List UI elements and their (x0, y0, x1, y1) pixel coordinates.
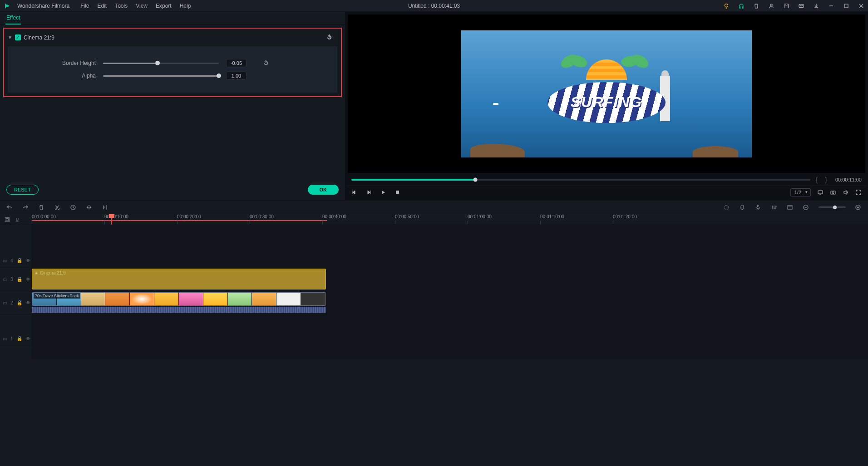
reset-effect-icon[interactable] (326, 34, 333, 41)
svg-rect-3 (785, 4, 787, 5)
track-content[interactable]: 70s Trave Stickers Pack (32, 291, 868, 314)
mark-in-icon[interactable]: { (814, 176, 820, 183)
speed-icon[interactable] (70, 204, 77, 211)
lightbulb-icon[interactable] (723, 2, 730, 9)
volume-icon[interactable] (843, 189, 849, 196)
timeline-ruler[interactable]: 00:00:00:00 00:00:10:00 00:00:20:00 00:0… (32, 214, 868, 225)
param-label: Border Height (19, 60, 96, 66)
reset-border-height-icon[interactable] (263, 60, 269, 66)
snap-icon[interactable] (15, 217, 20, 222)
match-frame-icon[interactable] (5, 217, 10, 222)
ruler-tick: 00:00:50:00 (395, 214, 419, 219)
track-1: ▭ 1 🔓 👁 (0, 332, 868, 346)
effect-enable-checkbox[interactable]: ✓ (15, 34, 21, 40)
reset-button[interactable]: RESET (6, 185, 39, 195)
svg-rect-15 (788, 206, 792, 209)
lock-icon[interactable]: 🔓 (17, 300, 22, 305)
eye-icon[interactable]: 👁 (26, 258, 30, 263)
titlebar: Wondershare Filmora File Edit Tools View… (0, 0, 868, 12)
track-content[interactable] (32, 254, 868, 267)
timeline-toolbar (0, 201, 868, 214)
prev-frame-icon[interactable] (351, 190, 358, 195)
preview-panel: SURFING { } 00:00:11:00 1/2 (345, 12, 868, 200)
crop-icon[interactable] (86, 204, 93, 211)
track-type-icon: ▭ (3, 300, 7, 305)
border-height-slider[interactable] (103, 60, 219, 66)
zoom-slider[interactable] (819, 206, 846, 208)
panel-tabs: Effect (0, 12, 345, 25)
svg-point-9 (832, 191, 834, 193)
track-manager-icon[interactable] (787, 204, 794, 211)
lock-icon[interactable]: 🔓 (17, 258, 22, 263)
video-clip[interactable]: 70s Trave Stickers Pack (32, 292, 326, 306)
play-icon[interactable] (380, 190, 387, 195)
menu-file[interactable]: File (80, 3, 89, 9)
eye-icon[interactable]: 👁 (26, 277, 30, 282)
save-icon[interactable] (783, 2, 789, 9)
marker-icon[interactable] (739, 204, 746, 211)
trash-icon[interactable] (753, 2, 760, 9)
playhead[interactable]: ✂ (111, 214, 112, 225)
next-frame-icon[interactable] (366, 190, 372, 195)
track-spacer (0, 346, 868, 359)
track-gutter: ▭ 2 🔓 👁 (0, 291, 32, 314)
alpha-value[interactable]: 1.00 (226, 72, 247, 80)
tab-effect[interactable]: Effect (5, 12, 21, 25)
ruler-tick: 00:00:00:00 (32, 214, 56, 219)
menu-view[interactable]: View (136, 3, 148, 9)
undo-icon[interactable] (6, 204, 13, 211)
mail-icon[interactable] (798, 2, 804, 9)
mixer-panel-icon[interactable] (771, 204, 778, 211)
menu-export[interactable]: Export (156, 3, 172, 9)
mark-out-icon[interactable]: } (823, 176, 829, 183)
preview-scale-select[interactable]: 1/2 (790, 188, 811, 196)
border-height-value[interactable]: -0.05 (226, 59, 247, 67)
video-clip-label-1: 70s Trave (35, 294, 53, 298)
effect-name: Cinema 21:9 (24, 34, 54, 41)
stop-icon[interactable] (395, 190, 401, 195)
preview-viewport[interactable]: SURFING (348, 15, 865, 173)
eye-icon[interactable]: 👁 (26, 336, 30, 341)
scrub-bar[interactable] (351, 179, 810, 181)
delete-icon[interactable] (38, 204, 45, 211)
lock-icon[interactable]: 🔓 (17, 336, 22, 341)
ruler-gutter (0, 214, 32, 225)
svg-point-0 (725, 4, 728, 7)
zoom-out-icon[interactable] (803, 204, 809, 211)
ok-button[interactable]: OK (308, 185, 339, 195)
audio-mixer-icon[interactable] (102, 204, 108, 211)
display-icon[interactable] (817, 189, 824, 196)
lock-icon[interactable]: 🔓 (17, 277, 22, 282)
alpha-slider[interactable] (103, 73, 219, 79)
menu-tools[interactable]: Tools (115, 3, 128, 9)
snapshot-icon[interactable] (830, 189, 836, 196)
menu-edit[interactable]: Edit (98, 3, 107, 9)
track-3: ▭ 3 🔓 👁 ★Cinema 21:9 (0, 268, 868, 291)
svg-rect-7 (818, 191, 823, 194)
download-icon[interactable] (813, 2, 819, 9)
split-icon[interactable] (54, 204, 61, 211)
close-icon[interactable] (858, 2, 864, 9)
fullscreen-icon[interactable] (855, 189, 862, 196)
effect-header[interactable]: ▼ ✓ Cinema 21:9 (8, 32, 337, 43)
render-icon[interactable] (723, 204, 730, 211)
menu-help[interactable]: Help (180, 3, 191, 9)
track-gutter: ▭ 1 🔓 👁 (0, 332, 32, 345)
track-number: 2 (10, 300, 13, 305)
zoom-in-icon[interactable] (855, 204, 862, 211)
effect-clip[interactable]: ★Cinema 21:9 (32, 269, 326, 289)
audio-waveform[interactable] (32, 307, 326, 313)
track-type-icon: ▭ (3, 258, 7, 263)
track-number: 3 (10, 277, 13, 282)
eye-icon[interactable]: 👁 (26, 300, 30, 305)
account-icon[interactable] (768, 2, 774, 9)
minimize-icon[interactable] (828, 2, 834, 9)
redo-icon[interactable] (22, 204, 29, 211)
track-content[interactable] (32, 332, 868, 345)
record-voiceover-icon[interactable] (755, 204, 762, 211)
track-content[interactable]: ★Cinema 21:9 (32, 268, 868, 291)
maximize-icon[interactable] (843, 2, 849, 9)
headphones-icon[interactable] (738, 2, 745, 9)
chevron-down-icon[interactable]: ▼ (8, 35, 12, 40)
track-type-icon: ▭ (3, 336, 7, 341)
